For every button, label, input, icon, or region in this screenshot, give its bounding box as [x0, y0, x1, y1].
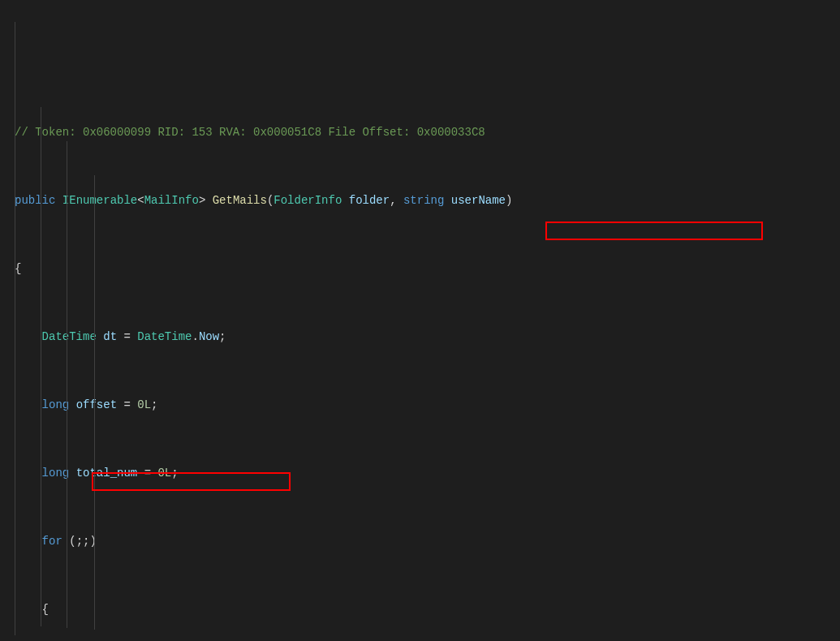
code-line: { — [15, 601, 840, 618]
code-line: long total_num = 0L; — [15, 465, 840, 482]
comment-token: // Token: 0x06000099 RID: 153 RVA: 0x000… — [15, 126, 485, 139]
code-line: for (;;) — [15, 533, 840, 550]
highlight-taipei-time — [545, 222, 763, 240]
code-line: DateTime dt = DateTime.Now; — [15, 329, 840, 346]
code-line: long offset = 0L; — [15, 397, 840, 414]
method-name: GetMails — [213, 194, 267, 207]
code-line: public IEnumerable<MailInfo> GetMails(Fo… — [15, 192, 840, 209]
code-editor-viewport[interactable]: // Token: 0x06000099 RID: 153 RVA: 0x000… — [0, 0, 840, 641]
code-line: // Token: 0x06000099 RID: 153 RVA: 0x000… — [15, 124, 840, 141]
code-line: { — [15, 260, 840, 277]
